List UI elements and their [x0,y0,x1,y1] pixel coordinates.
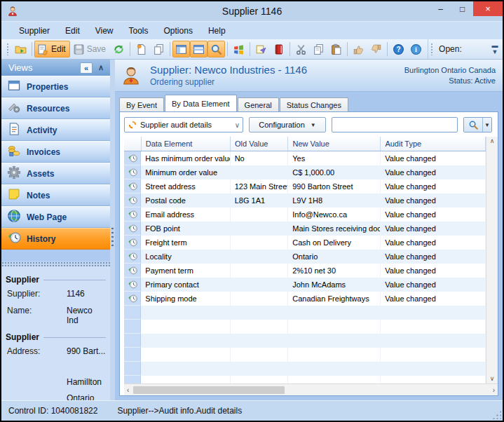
address-line: Ontario [67,393,106,400]
refresh-button[interactable] [110,41,128,57]
table-row[interactable]: Payment term2%10 net 30Value changed [124,264,486,278]
toolbar-overflow-icon[interactable]: ▬▼ [490,43,500,55]
close-button[interactable]: × [473,1,503,16]
collapse-all-button[interactable]: ∧ [95,62,107,74]
menu-item-options[interactable]: Options [156,23,200,39]
vertical-scrollbar[interactable]: ∧ ∨ [486,137,498,383]
thumbs-up-button[interactable] [350,41,367,57]
content-panel: Supplier audit details ∨ Configuration ▼… [119,111,498,396]
red-book-button[interactable] [270,41,287,57]
info-row: Supplier:1146 [7,289,106,299]
magnifier-button[interactable] [207,41,225,57]
toolbar-separator [227,42,228,56]
table-row[interactable]: Minimum order value C$ 1,000.00Value cha… [124,165,486,179]
menu-item-tools[interactable]: Tools [121,23,156,39]
copy-document-button[interactable] [150,41,168,57]
sidebar-item-assets[interactable]: Assets [1,163,110,184]
scissors-button[interactable] [292,41,310,57]
table-row[interactable]: FOB pointMain Stores receiving dockValue… [124,222,486,236]
vertical-splitter[interactable] [110,60,115,400]
sidebar-item-resources[interactable]: Resources [1,97,110,119]
table-row[interactable]: Street address123 Main Street990 Barton … [124,179,486,193]
thumbs-up-icon [353,43,365,55]
document-icon [7,122,21,138]
column-header-new-value[interactable]: New Value [288,137,381,151]
maximize-button[interactable]: □ [451,1,473,16]
horizontal-splitter[interactable] [1,261,110,266]
info-button[interactable]: i [407,41,425,57]
export-folder-button[interactable] [12,41,29,57]
sidebar-item-notes[interactable]: Notes [1,184,110,206]
menu-item-supplier[interactable]: Supplier [11,23,57,39]
split-vertical-button[interactable] [172,41,190,57]
audit-view-select[interactable]: Supplier audit details ∨ [124,117,243,132]
minimize-button[interactable]: – [430,1,451,16]
table-row[interactable]: Primary contactJohn McAdamsValue changed [124,278,486,292]
split-vertical-icon [175,43,187,55]
sidebar-item-activity[interactable]: Activity [1,119,110,141]
chevron-down-icon: ▼ [311,122,316,128]
record-header: Supplier: Newco Industries - 1146 Orderi… [115,60,503,92]
thumbs-down-icon [370,43,382,55]
scroll-left-icon[interactable]: ‹ [127,387,129,393]
column-header-audit-type[interactable]: Audit Type [381,137,486,151]
table-row[interactable]: Shipping modeCanadian FreightwaysValue c… [124,292,486,306]
cell-audit_type: Value changed [381,151,486,165]
scroll-up-icon[interactable]: ∧ [490,138,495,144]
toolbar-grip-icon [430,43,434,55]
address-line: 990 Bart... [67,346,106,356]
table-row[interactable]: Freight termCash on DeliveryValue change… [124,236,486,250]
horizontal-scrollbar[interactable]: ‹ › [124,383,498,395]
sidebar-item-invoices[interactable]: Invoices [1,141,110,163]
column-header-data-element[interactable]: Data Element [142,137,231,151]
split-horizontal-icon [193,43,205,55]
sidebar-item-web-page[interactable]: Web Page [1,206,110,228]
search-button[interactable]: ▼ [463,117,492,132]
resize-grip-icon[interactable] [492,410,501,419]
table-row[interactable]: Email addressInfo@Newco.caValue changed [124,207,486,222]
cell-new_value: John McAdams [288,278,381,292]
tab-by-data-element[interactable]: By Data Element [165,95,237,111]
windows-logo-button[interactable] [230,41,247,57]
menu-item-view[interactable]: View [88,23,121,39]
history-clock-icon [124,193,141,207]
configuration-button[interactable]: Configuration ▼ [249,117,326,132]
collapse-sidebar-button[interactable]: « [80,62,93,74]
help-icon: ? [393,43,404,55]
empty-table-row [124,376,486,383]
paste-clipboard-icon [330,43,342,55]
table-row[interactable]: Postal codeL8G 1A1L9V 1H8Value changed [124,193,486,207]
toolbar-grip-icon [6,43,10,55]
send-note-button[interactable] [252,41,270,57]
help-button[interactable]: ? [390,41,407,57]
copy-pages-button[interactable] [310,41,327,57]
table-row[interactable]: Has minimum order valueNoYesValue change… [124,151,486,165]
cell-old_value [231,207,289,222]
sidebar-item-properties[interactable]: Properties [1,76,110,97]
menu-item-help[interactable]: Help [200,23,233,39]
column-header-old-value[interactable]: Old Value [231,137,289,151]
tab-general[interactable]: General [238,97,279,111]
menu-item-edit[interactable]: Edit [57,23,88,39]
info-label: Address: [7,346,67,400]
scroll-right-icon[interactable]: › [493,387,495,393]
table-row[interactable]: LocalityOntarioValue changed [124,250,486,264]
scrollbar-thumb[interactable] [133,386,284,394]
sidebar-item-label: Resources [27,104,69,114]
split-horizontal-button[interactable] [190,41,207,57]
search-input[interactable] [332,117,458,132]
sidebar-item-history[interactable]: History [1,228,110,250]
thumbs-down-button[interactable] [367,41,385,57]
edit-note-button[interactable]: Edit [34,41,70,57]
new-document-button[interactable] [132,41,150,57]
paste-clipboard-button[interactable] [327,41,345,57]
cell-old_value [231,165,289,179]
tab-by-event[interactable]: By Event [119,97,164,111]
search-options-dropdown[interactable]: ▼ [482,118,491,132]
tab-status-changes[interactable]: Status Changes [280,97,348,111]
chevron-down-icon: ∨ [235,121,240,129]
tools-icon [7,100,21,116]
scroll-down-icon[interactable]: ∨ [490,376,495,382]
cell-audit_type: Value changed [381,222,486,236]
save-disk-button[interactable]: Save [70,41,110,57]
